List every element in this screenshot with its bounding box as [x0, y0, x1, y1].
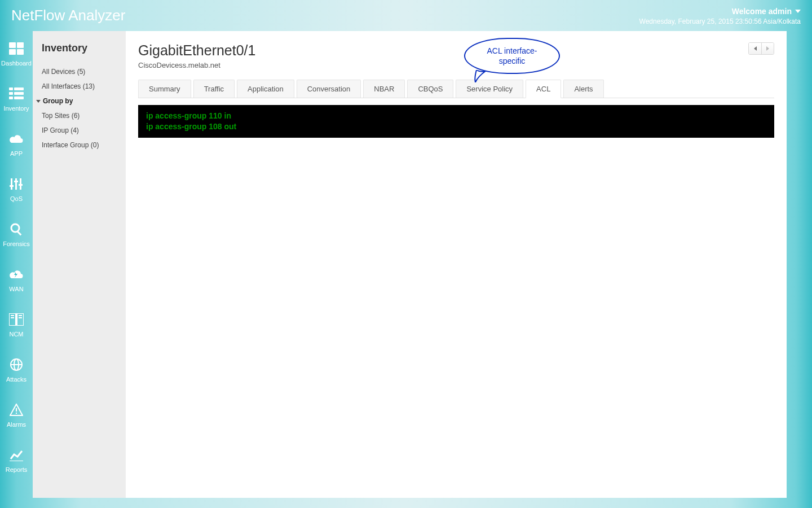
- svg-rect-10: [11, 178, 12, 190]
- primary-sidebar: Dashboard Inventory APP QoS Forensics WA…: [0, 31, 33, 508]
- tab-acl[interactable]: ACL: [526, 80, 561, 98]
- tab-alerts[interactable]: Alerts: [563, 80, 603, 98]
- tab-conversation[interactable]: Conversation: [297, 80, 361, 98]
- svg-rect-5: [14, 87, 24, 90]
- dashboard-icon: [8, 41, 24, 56]
- tab-summary[interactable]: Summary: [138, 80, 191, 98]
- sidebar-item-label: Reports: [6, 466, 28, 473]
- sidebar-item-app[interactable]: APP: [0, 121, 33, 167]
- inventory-item-interface-group[interactable]: Interface Group (0): [33, 138, 126, 152]
- inventory-item-ip-group[interactable]: IP Group (4): [33, 123, 126, 138]
- sidebar-item-label: Dashboard: [1, 60, 32, 67]
- cloud-icon: [8, 131, 24, 147]
- svg-rect-3: [17, 49, 24, 55]
- svg-rect-21: [11, 317, 14, 318]
- group-by-label: Group by: [43, 97, 73, 105]
- svg-rect-8: [9, 97, 13, 99]
- acl-line: ip access-group 110 in: [146, 111, 766, 121]
- svg-point-16: [11, 224, 19, 232]
- inventory-group-by[interactable]: Group by: [33, 94, 126, 108]
- acl-output: ip access-group 110 in ip access-group 1…: [138, 105, 774, 138]
- pager-prev-button[interactable]: [749, 43, 761, 54]
- sidebar-item-label: Forensics: [3, 240, 30, 247]
- tab-traffic[interactable]: Traffic: [193, 80, 235, 98]
- svg-rect-28: [16, 413, 17, 414]
- sidebar-item-ncm[interactable]: NCM: [0, 302, 33, 347]
- sidebar-item-label: QoS: [10, 195, 23, 202]
- svg-rect-1: [17, 42, 24, 48]
- acl-line: ip access-group 108 out: [146, 121, 766, 132]
- pager: [748, 42, 774, 55]
- callout-line: ACL interface-: [487, 46, 537, 55]
- svg-rect-17: [17, 231, 21, 235]
- chart-icon: [8, 447, 24, 463]
- svg-rect-23: [19, 317, 22, 318]
- sidebar-item-label: WAN: [9, 286, 23, 292]
- svg-rect-20: [11, 315, 14, 316]
- sidebar-item-label: Alarms: [7, 421, 26, 428]
- inventory-item-top-sites[interactable]: Top Sites (6): [33, 108, 126, 123]
- servers-icon: [8, 312, 24, 327]
- sidebar-item-dashboard[interactable]: Dashboard: [0, 31, 33, 76]
- inventory-item-all-interfaces[interactable]: All Interfaces (13): [33, 79, 126, 94]
- inventory-heading: Inventory: [33, 42, 126, 54]
- sidebar-item-forensics[interactable]: Forensics: [0, 212, 33, 257]
- title-bar: GigabitEthernet0/1 CiscoDevicess.melab.n…: [138, 42, 774, 69]
- sidebar-item-qos[interactable]: QoS: [0, 167, 33, 212]
- welcome-dropdown[interactable]: Welcome admin: [732, 7, 801, 16]
- main-pane: GigabitEthernet0/1 CiscoDevicess.melab.n…: [126, 31, 787, 498]
- inventory-panel: Inventory All Devices (5) All Interfaces…: [33, 31, 126, 498]
- callout-line: specific: [499, 56, 526, 65]
- callout-bubble: ACL interface- specific: [464, 38, 560, 74]
- page-subtitle: CiscoDevicess.melab.net: [138, 61, 255, 69]
- tab-cbqos[interactable]: CBQoS: [407, 80, 453, 98]
- app-title: NetFlow Analyzer: [11, 7, 125, 24]
- sidebar-item-wan[interactable]: WAN: [0, 257, 33, 302]
- svg-rect-14: [14, 181, 18, 182]
- chevron-down-icon: [36, 100, 41, 103]
- search-icon: [8, 221, 24, 237]
- chevron-left-icon: [754, 46, 757, 51]
- svg-rect-2: [9, 49, 16, 55]
- svg-rect-0: [9, 42, 16, 48]
- svg-rect-15: [19, 184, 23, 186]
- callout-annotation: ACL interface- specific: [464, 38, 560, 74]
- top-bar: NetFlow Analyzer Welcome admin Wednesday…: [0, 0, 812, 31]
- page-title: GigabitEthernet0/1: [138, 42, 255, 59]
- header-right: Welcome admin Wednesday, February 25, 20…: [639, 6, 801, 25]
- sidebar-item-attacks[interactable]: Attacks: [0, 347, 33, 392]
- sidebar-item-inventory[interactable]: Inventory: [0, 76, 33, 121]
- svg-rect-4: [9, 87, 13, 90]
- welcome-label: Welcome admin: [732, 7, 792, 16]
- tab-application[interactable]: Application: [237, 80, 294, 98]
- sidebar-item-label: APP: [10, 150, 23, 157]
- inventory-icon: [8, 86, 24, 102]
- svg-rect-6: [9, 92, 13, 95]
- alert-icon: [8, 402, 24, 418]
- header-timestamp: Wednesday, February 25, 2015 23:50:56 As…: [639, 17, 801, 25]
- sidebar-item-reports[interactable]: Reports: [0, 437, 33, 483]
- sidebar-item-label: NCM: [9, 331, 23, 338]
- chevron-right-icon: [766, 46, 769, 51]
- sliders-icon: [8, 176, 24, 192]
- globe-icon: [8, 357, 24, 373]
- svg-rect-22: [19, 315, 22, 316]
- pager-next-button[interactable]: [761, 43, 774, 54]
- svg-rect-9: [14, 97, 24, 99]
- tabs: Summary Traffic Application Conversation…: [138, 80, 774, 98]
- tab-underline: [138, 98, 774, 98]
- tab-nbar[interactable]: NBAR: [363, 80, 405, 98]
- sidebar-item-label: Attacks: [6, 376, 27, 383]
- sidebar-item-label: Inventory: [3, 105, 29, 112]
- svg-rect-27: [16, 408, 17, 411]
- callout-tail-icon: [474, 70, 490, 82]
- svg-rect-13: [10, 185, 14, 187]
- svg-rect-7: [14, 92, 24, 95]
- sidebar-item-alarms[interactable]: Alarms: [0, 392, 33, 437]
- content-area: Inventory All Devices (5) All Interfaces…: [33, 31, 787, 498]
- inventory-item-all-devices[interactable]: All Devices (5): [33, 64, 126, 79]
- cloud-bolt-icon: [8, 266, 24, 282]
- svg-rect-11: [15, 178, 17, 190]
- chevron-down-icon: [795, 10, 801, 13]
